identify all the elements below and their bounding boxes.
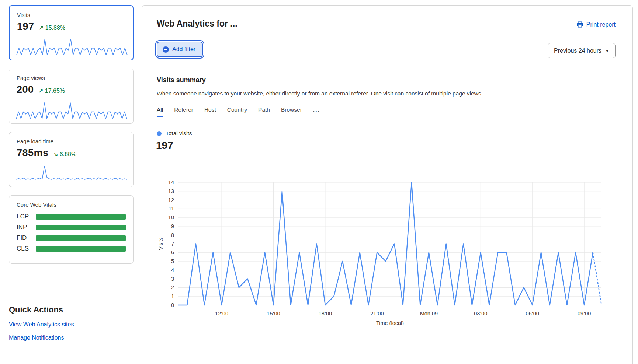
metric-title: Page views bbox=[17, 75, 126, 81]
svg-text:Visits: Visits bbox=[158, 237, 164, 250]
svg-text:0: 0 bbox=[171, 302, 174, 308]
summary-description: When someone navigates to your website, … bbox=[157, 90, 483, 97]
svg-text:10: 10 bbox=[168, 214, 174, 220]
page-views-sparkline bbox=[16, 101, 127, 120]
vital-label: FID bbox=[17, 234, 36, 242]
printer-icon bbox=[576, 21, 583, 28]
plus-circle-icon bbox=[163, 46, 169, 53]
svg-text:8: 8 bbox=[171, 232, 174, 238]
metric-title: Page load time bbox=[17, 138, 126, 144]
metric-card-visits[interactable]: Visits 197 ↗15.88% bbox=[9, 5, 134, 60]
print-report-label: Print report bbox=[586, 21, 616, 28]
core-web-vitals-card[interactable]: Core Web Vitals LCPINPFIDCLS bbox=[9, 195, 134, 264]
vital-label: LCP bbox=[17, 213, 36, 220]
legend-label: Total visits bbox=[166, 130, 192, 137]
svg-text:14: 14 bbox=[168, 179, 174, 185]
svg-text:15:00: 15:00 bbox=[267, 311, 280, 316]
vital-row-fid: FID bbox=[17, 234, 126, 242]
quick-actions-heading: Quick Actions bbox=[9, 305, 134, 315]
svg-text:5: 5 bbox=[171, 258, 174, 264]
metric-value: 785ms bbox=[17, 147, 49, 159]
tab-referer[interactable]: Referer bbox=[174, 106, 193, 117]
summary-title: Visits summary bbox=[157, 76, 206, 84]
print-report-button[interactable]: Print report bbox=[576, 21, 616, 28]
tab-country[interactable]: Country bbox=[227, 106, 247, 117]
vital-label: CLS bbox=[17, 245, 36, 252]
svg-text:1: 1 bbox=[171, 293, 174, 299]
visits-sparkline bbox=[16, 38, 128, 56]
svg-text:09:00: 09:00 bbox=[578, 311, 591, 316]
metric-card-page-views[interactable]: Page views 200 ↗17.65% bbox=[9, 69, 134, 124]
metric-trend: ↗15.88% bbox=[39, 24, 66, 32]
svg-text:21:00: 21:00 bbox=[370, 311, 384, 316]
svg-text:3: 3 bbox=[171, 276, 174, 282]
vital-row-lcp: LCP bbox=[17, 213, 126, 220]
vital-bar-good bbox=[36, 225, 126, 230]
trend-down-icon: ↘ bbox=[53, 151, 58, 158]
vital-label: INP bbox=[17, 224, 36, 231]
tab-browser[interactable]: Browser bbox=[281, 106, 302, 117]
metric-title: Visits bbox=[17, 12, 125, 18]
svg-text:7: 7 bbox=[171, 241, 174, 247]
time-range-dropdown[interactable]: Previous 24 hours ▼ bbox=[548, 43, 616, 58]
vital-row-cls: CLS bbox=[17, 245, 126, 252]
svg-text:03:00: 03:00 bbox=[474, 311, 487, 316]
trend-up-icon: ↗ bbox=[38, 87, 44, 94]
quick-action-link-view-web-analytics-sites[interactable]: View Web Analytics sites bbox=[9, 321, 74, 328]
metric-value: 197 bbox=[17, 21, 34, 32]
metric-trend: ↗17.65% bbox=[38, 87, 65, 95]
vital-bar-good bbox=[36, 235, 126, 241]
legend-dot-icon bbox=[157, 131, 162, 136]
time-range-label: Previous 24 hours bbox=[554, 48, 601, 54]
svg-text:9: 9 bbox=[171, 223, 174, 229]
vital-row-inp: INP bbox=[17, 224, 126, 231]
page-load-sparkline bbox=[16, 165, 127, 183]
main-panel: Web Analytics for ... Print report Add f… bbox=[142, 5, 633, 364]
metric-value: 200 bbox=[17, 84, 34, 95]
header-divider bbox=[142, 63, 632, 63]
total-visits-value: 197 bbox=[156, 140, 173, 151]
svg-text:12:00: 12:00 bbox=[215, 311, 228, 316]
vital-bar-good bbox=[36, 246, 126, 252]
svg-text:4: 4 bbox=[171, 267, 174, 273]
vitals-rows: LCPINPFIDCLS bbox=[17, 213, 126, 252]
svg-text:Time (local): Time (local) bbox=[376, 320, 404, 325]
svg-text:12: 12 bbox=[168, 197, 174, 203]
visits-chart: 0123456789101112131412:0015:0018:0021:00… bbox=[155, 177, 631, 327]
quick-actions-links: View Web Analytics sitesManage Notificat… bbox=[9, 315, 134, 341]
page-title: Web Analytics for ... bbox=[157, 19, 237, 29]
visits-line-chart: 0123456789101112131412:0015:0018:0021:00… bbox=[155, 177, 631, 325]
vitals-title: Core Web Vitals bbox=[17, 202, 126, 208]
add-filter-label: Add filter bbox=[172, 46, 195, 53]
svg-text:6: 6 bbox=[171, 249, 174, 255]
svg-text:11: 11 bbox=[169, 206, 174, 211]
svg-text:18:00: 18:00 bbox=[319, 311, 332, 316]
trend-up-icon: ↗ bbox=[39, 24, 44, 31]
tab-all[interactable]: All bbox=[157, 106, 163, 117]
vital-bar-good bbox=[36, 214, 126, 220]
chevron-down-icon: ▼ bbox=[605, 49, 609, 53]
tab-host[interactable]: Host bbox=[204, 106, 216, 117]
tabs-more-button[interactable]: ... bbox=[313, 106, 320, 117]
svg-text:2: 2 bbox=[171, 284, 174, 290]
metric-trend: ↘6.88% bbox=[53, 150, 77, 158]
tab-path[interactable]: Path bbox=[258, 106, 270, 117]
svg-text:06:00: 06:00 bbox=[526, 311, 539, 316]
sidebar-divider bbox=[9, 350, 134, 350]
metric-card-page-load-time[interactable]: Page load time 785ms ↘6.88% bbox=[9, 132, 134, 187]
legend-total-visits[interactable]: Total visits bbox=[157, 130, 192, 137]
quick-action-link-manage-notifications[interactable]: Manage Notifications bbox=[9, 335, 64, 341]
dimension-tabs: AllRefererHostCountryPathBrowser... bbox=[157, 106, 320, 117]
add-filter-button[interactable]: Add filter bbox=[157, 42, 203, 57]
svg-text:13: 13 bbox=[168, 188, 174, 194]
svg-text:Mon 09: Mon 09 bbox=[420, 311, 438, 316]
metrics-sidebar: Visits 197 ↗15.88% Page views 200 ↗17.65… bbox=[9, 5, 134, 350]
web-analytics-dashboard: Visits 197 ↗15.88% Page views 200 ↗17.65… bbox=[0, 0, 638, 364]
